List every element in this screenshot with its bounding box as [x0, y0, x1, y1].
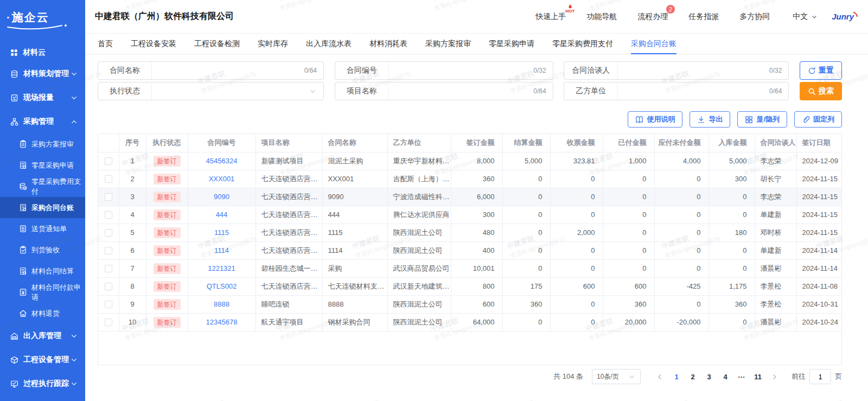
cell: 4 [119, 206, 146, 224]
contract-no-link[interactable]: 8888 [214, 300, 229, 308]
tab-label: 工程设备检测 [194, 39, 240, 49]
page-number[interactable]: 4 [719, 373, 732, 381]
cell: 20,000 [603, 313, 654, 331]
app-logo[interactable]: · 施企云 [0, 0, 85, 35]
tab-equipment-inspect[interactable]: 工程设备检测 [194, 34, 240, 54]
prev-page-button[interactable] [656, 373, 664, 381]
row-checkbox[interactable] [105, 247, 112, 254]
sidebar-subitem-purchase-contract-ledger[interactable]: 采购合同台账 [0, 197, 85, 218]
contract-no-link[interactable]: 9090 [214, 193, 229, 201]
cell: 600 [550, 277, 603, 295]
sidebar-item-inout-warehouse[interactable]: 出入库管理 [0, 324, 85, 348]
tab-realtime-stock[interactable]: 实时库存 [258, 34, 288, 54]
cell: 0 [709, 313, 755, 331]
tab-label: 工程设备安装 [131, 39, 176, 49]
usage-help-button[interactable]: 使用说明 [628, 111, 682, 128]
page-number[interactable]: 2 [686, 373, 699, 381]
page-size-select[interactable]: 10条/页 [592, 369, 641, 384]
filter-party-b-unit-input[interactable] [618, 87, 769, 96]
filter-contract-name-input[interactable] [152, 66, 304, 75]
page-number[interactable]: 11 [751, 373, 764, 381]
row-checkbox[interactable] [105, 265, 112, 272]
report-icon [10, 94, 18, 102]
search-button[interactable]: 搜索 [800, 82, 842, 100]
topmenu-item-task-assign[interactable]: 任务指派 [688, 12, 719, 22]
row-checkbox[interactable] [105, 175, 112, 183]
export-button[interactable]: 导出 [690, 111, 730, 128]
sidebar-item-site-measure[interactable]: 现场报量 [0, 86, 85, 110]
tab-purchase-contract-ledger[interactable]: 采购合同台账 [631, 34, 676, 54]
contract-no-link[interactable]: QTLS002 [207, 282, 237, 290]
contract-no-link[interactable]: 45456324 [206, 157, 238, 165]
toggle-columns-button[interactable]: 显/隐列 [737, 111, 787, 128]
filter-contract-negotiator-input[interactable] [618, 66, 769, 75]
page-number[interactable]: 1 [670, 373, 683, 381]
cell: 新签订 [146, 241, 188, 259]
filter-label: 乙方单位 [564, 86, 617, 96]
contract-no-link[interactable]: 1114 [214, 246, 229, 254]
goto-page-input[interactable] [809, 369, 831, 384]
cell: 陕西混泥土公司 [387, 241, 451, 259]
contract-no-link[interactable]: 444 [216, 211, 228, 219]
language-selector[interactable]: 中文 [793, 12, 818, 22]
row-checkbox[interactable] [105, 319, 112, 326]
cell: 400 [451, 241, 502, 259]
sidebar-subitem-material-return[interactable]: 材料退货 [0, 303, 85, 324]
sidebar-subitem-petty-purchase-payment[interactable]: 零星采购费用支付 [0, 176, 85, 197]
cell: 45456324 [188, 152, 256, 170]
sidebar-item-process-tracking[interactable]: 过程执行跟踪 [0, 372, 85, 396]
pin-columns-button[interactable]: 固定列 [794, 111, 842, 128]
topmenu-item-multi-collab[interactable]: 多方协同 [739, 12, 770, 22]
row-checkbox[interactable] [105, 301, 112, 308]
status-badge: 新签订 [154, 227, 181, 238]
sidebar-section-material-cloud[interactable]: 材料云 [0, 43, 85, 62]
row-checkbox[interactable] [105, 283, 112, 290]
sidebar-item-label: 出入库管理 [23, 331, 61, 341]
page-number[interactable]: 3 [703, 373, 716, 381]
sidebar-subitem-arrival-inspection[interactable]: 到货验收 [0, 239, 85, 260]
sidebar-subitem-label: 零星采购申请 [31, 161, 74, 170]
tab-inout-flow-report[interactable]: 出入库流水表 [306, 34, 352, 54]
topmenu-label: 多方协同 [739, 12, 770, 21]
sidebar-item-procurement[interactable]: 采购管理 [0, 110, 85, 133]
cell: 323.81 [550, 152, 603, 170]
row-checkbox[interactable] [105, 157, 112, 165]
tab-equipment-install[interactable]: 工程设备安装 [131, 34, 176, 54]
sidebar-item-equipment-mgmt[interactable]: 工程设备管理 [0, 348, 85, 372]
row-checkbox[interactable] [105, 211, 112, 219]
tab-petty-purchase-request[interactable]: 零星采购申请 [489, 34, 534, 54]
topmenu-item-feature-nav[interactable]: 功能导航 [586, 12, 617, 22]
sidebar-subitem-material-contract-settlement[interactable]: 材料合同结算 [0, 260, 85, 282]
filter-exec-status-input[interactable] [152, 87, 309, 96]
row-checkbox[interactable] [105, 229, 112, 237]
contract-no-link[interactable]: XXX001 [209, 175, 235, 183]
tab-material-consumption[interactable]: 材料消耗表 [369, 34, 407, 54]
filter-contract-no-input[interactable] [389, 66, 534, 75]
tab-procurement-plan-review[interactable]: 采购方案报审 [425, 34, 471, 54]
topmenu-item-quick-start[interactable]: 快速上手HOT [535, 12, 566, 22]
cell: 李志荣 [755, 152, 796, 170]
tab-home[interactable]: 首页 [98, 34, 113, 54]
cell: 180 [709, 224, 755, 241]
row-checkbox[interactable] [105, 193, 112, 201]
sidebar-subitem-delivery-notice[interactable]: 送货通知单 [0, 218, 85, 239]
topmenu-item-process-handling[interactable]: 流程办理2 [637, 12, 668, 22]
cell: 碧桂园生态城一期... [256, 259, 322, 277]
contract-no-link[interactable]: 12345678 [206, 318, 238, 326]
cell: 新签订 [146, 313, 188, 331]
contract-no-link[interactable]: 1115 [214, 228, 229, 237]
sidebar-subitem-material-contract-payment-request[interactable]: 材料合同付款申请 [0, 282, 85, 303]
sidebar-subitem-procurement-plan-review[interactable]: 采购方案报审 [0, 133, 85, 155]
next-page-button[interactable] [770, 373, 778, 381]
sidebar-subitem-petty-purchase-request[interactable]: 零星采购申请 [0, 155, 85, 176]
contract-no-link[interactable]: 1221321 [208, 264, 235, 272]
status-badge: 新签订 [154, 317, 181, 328]
tab-petty-purchase-payment[interactable]: 零星采购费用支付 [552, 34, 613, 54]
sidebar-item-material-planning[interactable]: 材料策划管理 [0, 62, 85, 86]
cell: 0 [550, 241, 603, 259]
junry-logo: Junry [832, 12, 854, 21]
tab-label: 材料消耗表 [369, 39, 407, 49]
app-root: · 施企云 材料云材料策划管理现场报量采购管理采购方案报审零星采购申请零星采购费… [0, 0, 868, 401]
reset-button[interactable]: 重置 [800, 61, 842, 80]
filter-project-name-input[interactable] [389, 87, 534, 96]
